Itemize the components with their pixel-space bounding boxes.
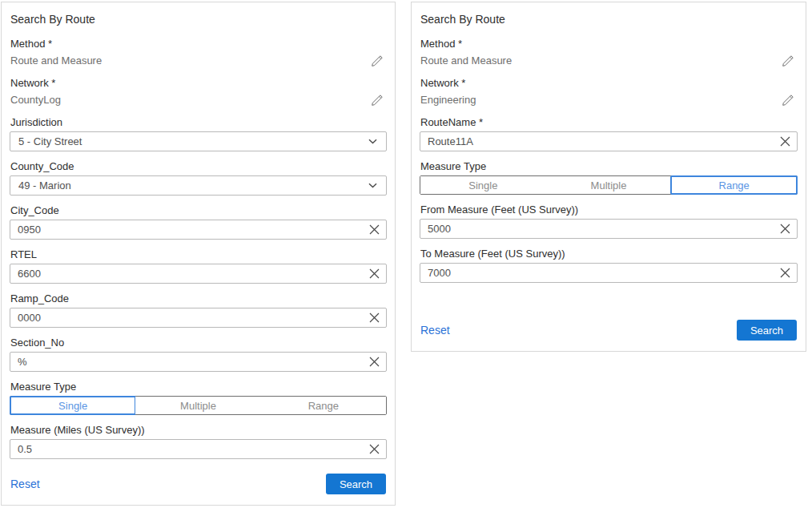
county-code-select[interactable]: 49 - Marion <box>10 175 387 196</box>
field-city-code: City_Code <box>10 204 387 240</box>
search-panel-right: Search By Route Method * Route and Measu… <box>411 2 806 352</box>
section-no-label: Section_No <box>10 337 387 349</box>
ramp-code-input[interactable] <box>10 308 387 328</box>
jurisdiction-label: Jurisdiction <box>10 116 387 129</box>
panel-title: Search By Route <box>10 13 387 26</box>
field-measure-type: Measure Type Single Multiple Range <box>10 381 387 415</box>
field-method: Method * Route and Measure <box>10 38 386 67</box>
chevron-down-icon <box>368 183 377 188</box>
search-panel-left: Search By Route Method * Route and Measu… <box>1 2 396 506</box>
close-icon <box>369 357 380 367</box>
county-code-label: County_Code <box>10 160 387 173</box>
edit-network-button[interactable] <box>779 94 797 107</box>
county-code-selected-value: 49 - Marion <box>18 179 71 192</box>
close-icon <box>369 224 380 235</box>
city-code-input[interactable] <box>10 220 387 240</box>
network-value: Engineering <box>420 94 476 107</box>
field-network: Network * Engineering <box>420 77 797 107</box>
field-rtel: RTEL <box>10 248 387 284</box>
clear-measure-button[interactable] <box>362 440 386 458</box>
segment-range[interactable]: Range <box>671 176 797 194</box>
to-measure-input[interactable] <box>420 263 798 283</box>
clear-rtel-button[interactable] <box>362 264 386 283</box>
pencil-icon <box>782 94 794 107</box>
route-name-label: RouteName * <box>420 116 798 129</box>
network-label: Network * <box>420 77 797 90</box>
to-measure-label: To Measure (Feet (US Survey)) <box>420 248 798 260</box>
field-jurisdiction: Jurisdiction 5 - City Street <box>10 116 387 151</box>
panel-title: Search By Route <box>420 13 798 26</box>
measure-label: Measure (Miles (US Survey)) <box>10 424 387 437</box>
page: Search By Route Method * Route and Measu… <box>0 0 812 506</box>
field-from-measure: From Measure (Feet (US Survey)) <box>420 204 798 239</box>
pencil-icon <box>371 54 384 67</box>
rtel-input[interactable] <box>10 264 387 284</box>
segment-multiple[interactable]: Multiple <box>135 397 260 414</box>
edit-method-button[interactable] <box>368 54 386 67</box>
field-measure-type: Measure Type Single Multiple Range <box>420 160 798 195</box>
close-icon <box>369 312 380 323</box>
reset-link[interactable]: Reset <box>10 478 40 490</box>
jurisdiction-select[interactable]: 5 - City Street <box>10 131 387 151</box>
clear-city-code-button[interactable] <box>362 220 386 239</box>
field-ramp-code: Ramp_Code <box>10 292 387 328</box>
measure-type-segmented: Single Multiple Range <box>10 396 387 415</box>
close-icon <box>369 444 380 454</box>
measure-type-label: Measure Type <box>10 381 387 393</box>
network-value: CountyLog <box>10 94 61 107</box>
from-measure-input[interactable] <box>420 219 798 239</box>
clear-ramp-code-button[interactable] <box>362 308 386 327</box>
search-button[interactable]: Search <box>737 320 797 341</box>
measure-input[interactable] <box>10 439 387 459</box>
field-network: Network * CountyLog <box>10 77 386 107</box>
pencil-icon <box>782 54 794 67</box>
panel-footer: Reset Search <box>10 474 387 495</box>
ramp-code-label: Ramp_Code <box>10 292 387 305</box>
rtel-label: RTEL <box>10 248 387 261</box>
close-icon <box>369 268 380 279</box>
clear-route-name-button[interactable] <box>773 132 797 151</box>
edit-method-button[interactable] <box>779 54 797 67</box>
jurisdiction-selected-value: 5 - City Street <box>18 135 82 147</box>
field-county-code: County_Code 49 - Marion <box>10 160 387 196</box>
close-icon <box>780 136 790 147</box>
clear-to-measure-button[interactable] <box>773 264 797 282</box>
section-no-input[interactable] <box>10 352 387 372</box>
reset-link[interactable]: Reset <box>420 324 450 337</box>
field-section-no: Section_No <box>10 337 387 372</box>
measure-type-segmented: Single Multiple Range <box>420 175 798 195</box>
method-value: Route and Measure <box>420 54 512 67</box>
method-label: Method * <box>420 38 797 50</box>
field-method: Method * Route and Measure <box>420 38 797 67</box>
close-icon <box>780 268 790 278</box>
field-to-measure: To Measure (Feet (US Survey)) <box>420 248 798 283</box>
clear-from-measure-button[interactable] <box>773 220 797 238</box>
segment-range[interactable]: Range <box>261 397 386 414</box>
field-measure: Measure (Miles (US Survey)) <box>10 424 387 459</box>
segment-multiple[interactable]: Multiple <box>546 176 672 194</box>
chevron-down-icon <box>368 139 377 144</box>
edit-network-button[interactable] <box>368 94 386 107</box>
panel-footer: Reset Search <box>420 320 798 341</box>
field-route-name: RouteName * <box>420 116 798 151</box>
route-name-input[interactable] <box>420 131 798 151</box>
close-icon <box>780 224 790 234</box>
search-button[interactable]: Search <box>326 474 386 494</box>
from-measure-label: From Measure (Feet (US Survey)) <box>420 204 798 216</box>
city-code-label: City_Code <box>10 204 387 217</box>
method-label: Method * <box>10 38 386 50</box>
pencil-icon <box>371 94 384 107</box>
segment-single[interactable]: Single <box>10 397 135 414</box>
measure-type-label: Measure Type <box>420 160 798 173</box>
clear-section-no-button[interactable] <box>362 353 386 371</box>
method-value: Route and Measure <box>10 54 102 67</box>
segment-single[interactable]: Single <box>420 176 546 194</box>
network-label: Network * <box>10 77 386 90</box>
